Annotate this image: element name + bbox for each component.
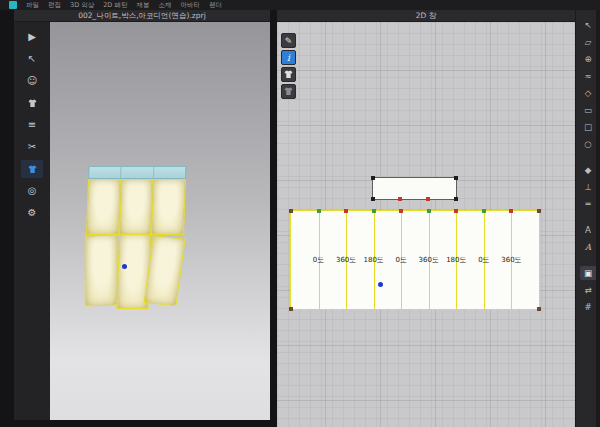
polygon-icon[interactable]: ▭	[580, 103, 597, 117]
notch-point[interactable]	[398, 197, 402, 201]
right-edge-strip	[596, 10, 600, 427]
seam-icon[interactable]: ═	[580, 197, 597, 211]
notch-point[interactable]	[482, 209, 486, 213]
garment-row-bottom	[84, 235, 184, 306]
pen-tool-icon[interactable]: ✎	[281, 33, 296, 48]
notch-point[interactable]	[454, 209, 458, 213]
fold-angle-label: 180도	[363, 255, 383, 265]
simulate-icon[interactable]: ▶	[21, 28, 43, 46]
garment-row-top	[86, 179, 186, 235]
menu-item-2[interactable]: 3D 의상	[70, 0, 94, 10]
avatar-icon[interactable]: ☺	[21, 72, 43, 90]
fold-angle-label: 360도	[336, 255, 356, 265]
transform-pattern-icon[interactable]: ▱	[580, 35, 597, 49]
add-point-icon[interactable]: ◇	[580, 86, 597, 100]
show-pattern-icon[interactable]: ▣	[580, 266, 597, 280]
pattern-corner-point[interactable]	[454, 197, 458, 201]
selected-point-3d[interactable]	[122, 264, 127, 269]
edit-point-icon[interactable]: ⊕	[580, 52, 597, 66]
pin-icon[interactable]: ◎	[21, 182, 43, 200]
clo3d-app-window: { "colors": { "accent_yellow": "#e6dd2b"…	[0, 0, 600, 427]
selected-point-2d[interactable]	[378, 282, 383, 287]
pattern-corner-point[interactable]	[371, 197, 375, 201]
fold-angle-label: 360도	[501, 255, 521, 265]
grid-icon[interactable]: #	[580, 300, 597, 314]
flat-sketch-icon[interactable]: A	[580, 240, 597, 254]
menu-item-1[interactable]: 편집	[48, 0, 61, 10]
garment-icon[interactable]	[21, 94, 43, 112]
garment-waistband[interactable]	[88, 166, 186, 179]
menu-item-3[interactable]: 2D 패턴	[103, 0, 127, 10]
fold-arrangement-icon[interactable]: ≡	[21, 116, 43, 134]
2d-viewport[interactable]: ✎i 0도360도180도0도360도180도0도360도	[277, 22, 575, 427]
cloth-panel[interactable]	[151, 179, 186, 235]
rectangle-icon[interactable]: □	[580, 120, 597, 134]
waistband-segment	[154, 167, 186, 178]
pattern-corner-point[interactable]	[454, 176, 458, 180]
menu-item-5[interactable]: 소재	[158, 0, 171, 10]
fold-angle-label: 0도	[395, 255, 406, 265]
menu-item-6[interactable]: 아바타	[180, 0, 200, 10]
notch-point[interactable]	[426, 197, 430, 201]
garment-show-icon[interactable]	[281, 67, 296, 82]
app-logo-icon	[9, 1, 17, 9]
notch-point[interactable]	[372, 209, 376, 213]
pattern-corner-point[interactable]	[537, 209, 541, 213]
pattern-corner-point[interactable]	[537, 307, 541, 311]
pattern-corner-point[interactable]	[371, 176, 375, 180]
fold-angle-label: 0도	[478, 255, 489, 265]
waistband-segment	[89, 167, 122, 178]
waistband-segment	[121, 167, 154, 178]
3d-window: 002_나이트,박스,아코디언(연습).zprj ▶↖☺≡✂◎⚙	[14, 10, 270, 420]
garment-3d[interactable]	[84, 166, 187, 306]
menu-bar: 파일편집3D 의상2D 패턴재봉소재아바타렌더	[0, 0, 600, 10]
fold-angle-label: 360도	[419, 255, 439, 265]
pattern-corner-point[interactable]	[289, 209, 293, 213]
3d-window-title: 002_나이트,박스,아코디언(연습).zprj	[14, 10, 270, 22]
text-icon[interactable]: A	[580, 223, 597, 237]
notch-point[interactable]	[317, 209, 321, 213]
dart-icon[interactable]: ◆	[580, 163, 597, 177]
edit-pattern-icon[interactable]: ↖	[580, 18, 597, 32]
select-move-icon[interactable]: ↖	[21, 50, 43, 68]
float-toolbar: ✎i	[281, 33, 296, 99]
sewing-icon[interactable]: ✂	[21, 138, 43, 156]
menu-item-7[interactable]: 렌더	[209, 0, 222, 10]
cloth-panel[interactable]	[85, 234, 118, 306]
settings-gear-icon[interactable]: ⚙	[21, 204, 43, 222]
big-pattern[interactable]: 0도360도180도0도360도180도0도360도	[290, 210, 540, 310]
pattern-corner-point[interactable]	[289, 307, 293, 311]
2d-window-title: 2D 창	[277, 10, 575, 22]
notch-point[interactable]	[344, 209, 348, 213]
fold-angle-label: 180도	[446, 255, 466, 265]
drape-icon[interactable]	[21, 160, 43, 178]
info-icon[interactable]: i	[281, 50, 296, 65]
notch-point[interactable]	[399, 209, 403, 213]
garment-hide-icon[interactable]	[281, 84, 296, 99]
3d-viewport[interactable]	[50, 22, 270, 420]
notch-icon[interactable]: ⊥	[580, 180, 597, 194]
2d-window: 2D 창 ✎i 0도360도180도0도360도180도0도360도	[277, 10, 575, 427]
cloth-panel[interactable]	[119, 179, 154, 235]
small-pattern[interactable]	[372, 177, 457, 200]
cloth-panel[interactable]	[86, 179, 121, 235]
notch-point[interactable]	[427, 209, 431, 213]
fold-angle-label: 0도	[313, 255, 324, 265]
menu-item-0[interactable]: 파일	[26, 0, 39, 10]
3d-window-body: ▶↖☺≡✂◎⚙	[14, 22, 270, 420]
circle-icon[interactable]: ○	[580, 137, 597, 151]
left-toolbar: ▶↖☺≡✂◎⚙	[14, 22, 50, 420]
menu-item-4[interactable]: 재봉	[136, 0, 149, 10]
notch-point[interactable]	[509, 209, 513, 213]
edit-curve-icon[interactable]: ≈	[580, 69, 597, 83]
sync-icon[interactable]: ⇄	[580, 283, 597, 297]
